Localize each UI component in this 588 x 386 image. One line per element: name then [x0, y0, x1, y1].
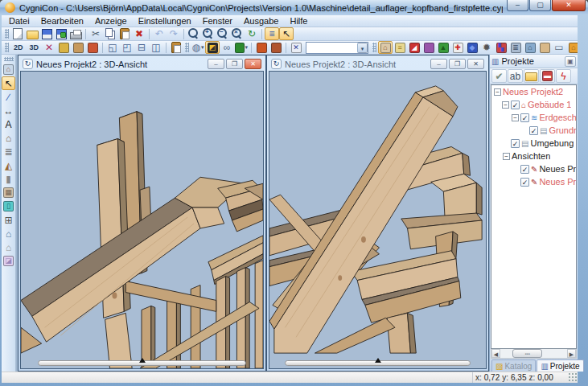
roof-tool-icon[interactable]: ◢	[407, 41, 421, 54]
child-close-button[interactable]: ✕	[245, 59, 261, 69]
projects-panel-header[interactable]: ▥ Projekte ▣	[490, 55, 578, 68]
new-file-icon[interactable]	[10, 27, 25, 40]
tree-item-views[interactable]: − Ansichten	[491, 150, 576, 162]
tile-windows-icon[interactable]: ◰	[120, 41, 134, 54]
view-3d-button[interactable]: 3D	[27, 41, 43, 54]
tree-item-building[interactable]: − ✓ ⌂ Gebäude 1	[491, 98, 576, 111]
door-tool-icon[interactable]: ▯	[2, 199, 15, 213]
color-select-icon[interactable]: ▾	[234, 41, 249, 54]
building-columns-icon[interactable]: ≣	[508, 41, 523, 54]
print-icon[interactable]	[68, 27, 83, 40]
menu-datei[interactable]: Datei	[3, 16, 35, 26]
3d-viewport-2[interactable]	[269, 71, 487, 369]
tile-vertical-icon[interactable]: ◫	[149, 41, 163, 54]
view-rotation-marker[interactable]	[139, 358, 146, 363]
house-tool-icon[interactable]: ⌂	[2, 131, 15, 145]
tab-projekte[interactable]: ▥ Projekte	[537, 359, 583, 372]
material-paint-icon[interactable]	[254, 41, 269, 54]
roof-tool-icon[interactable]: ◭	[2, 158, 15, 172]
shading-mode-icon[interactable]: ◩	[205, 41, 220, 54]
rename-icon[interactable]: ab	[508, 69, 523, 83]
skylight-tool-icon[interactable]: ⌂	[2, 227, 15, 240]
expander-icon[interactable]: −	[503, 153, 510, 160]
save-all-icon[interactable]	[54, 27, 68, 40]
component-icon[interactable]: ✕	[289, 41, 303, 54]
resize-grip[interactable]	[568, 372, 578, 383]
child-close-button[interactable]: ✕	[467, 59, 484, 69]
tree-item-environment[interactable]: ✓ ▤ Umgebung	[491, 137, 576, 150]
tree-item-floorplan[interactable]: ✓ ▤ Grundris	[491, 124, 576, 137]
zoom-out-icon[interactable]: −	[216, 27, 230, 40]
tree-item-floor[interactable]: − ✓ ≋ Erdgeschos	[491, 111, 576, 124]
child-restore-button[interactable]: ❐	[226, 59, 243, 69]
refresh-view-icon[interactable]: ↻	[245, 27, 259, 40]
carport-icon[interactable]: ⌂	[523, 41, 537, 54]
first-aid-icon[interactable]: ✚	[450, 41, 465, 54]
tile-horizontal-icon[interactable]: ⊟	[134, 41, 149, 54]
timber-icon[interactable]	[537, 41, 552, 54]
checkbox[interactable]: ✓	[511, 139, 520, 148]
pointer-flash-icon[interactable]: ↖	[279, 27, 294, 40]
open-file-icon[interactable]	[25, 27, 39, 40]
grid-tool-icon[interactable]	[85, 41, 100, 54]
zoom-window-icon[interactable]: ×	[230, 27, 245, 40]
maximize-button[interactable]: ▢	[529, 0, 551, 11]
style-combobox[interactable]: ▾	[306, 42, 368, 54]
child-restore-button[interactable]: ❐	[449, 59, 466, 69]
expander-icon[interactable]: −	[494, 88, 501, 96]
view-rotation-marker[interactable]	[375, 358, 381, 363]
delete-item-icon[interactable]: ▬	[540, 69, 555, 83]
expander-icon[interactable]: −	[512, 114, 519, 121]
update-project-icon[interactable]: ϟ	[556, 69, 571, 83]
material-icon[interactable]: ▚	[494, 41, 508, 54]
checkbox[interactable]: ✓	[520, 178, 529, 187]
world-icon[interactable]	[269, 41, 283, 54]
line-tool-icon[interactable]: ∕	[2, 90, 15, 104]
display-lines-icon[interactable]: ≡	[265, 27, 279, 40]
axis-tool-icon[interactable]: ✕	[42, 41, 56, 54]
tree-item-view-1[interactable]: ✓ ✎ Neues Proje	[491, 162, 576, 175]
tree-item-view-2[interactable]: ✓ ✎ Neues Proje	[491, 175, 576, 188]
walk-tool-icon[interactable]	[56, 41, 71, 54]
view-window-2-titlebar[interactable]: ↻ Neues Projekt2 : 3D-Ansicht ‒ ❐ ✕	[269, 57, 487, 71]
new-folder-icon[interactable]	[524, 69, 539, 83]
eraser-tool-icon[interactable]: ◪	[2, 254, 15, 268]
house-small-tool-icon[interactable]: ⌂	[2, 240, 15, 254]
pointer-tool-icon[interactable]: ↖	[2, 76, 15, 90]
machine-icon[interactable]: ✹	[479, 41, 494, 54]
scrollbar-thumb[interactable]: ▪▪▪	[512, 349, 542, 358]
texture-mode-icon[interactable]: ◍▾	[191, 41, 205, 54]
confirm-icon[interactable]: ✔	[491, 69, 507, 83]
view-window-1-titlebar[interactable]: ↻ Neues Projekt2 : 3D-Ansicht ‒ ❐ ✕	[20, 57, 264, 71]
zoom-in-icon[interactable]: +	[201, 27, 216, 40]
menu-bearbeiten[interactable]: Bearbeiten	[35, 16, 89, 26]
title-bar[interactable]: CygniCon - C:\Users\Björn\AppData\Local\…	[0, 0, 588, 15]
close-button[interactable]: ✕	[552, 0, 586, 11]
expander-icon[interactable]: −	[502, 101, 509, 109]
checkbox[interactable]: ✓	[511, 101, 520, 109]
stairs-tool-icon[interactable]: ≣	[2, 145, 15, 158]
grab-tool-icon[interactable]	[71, 41, 85, 54]
delete-icon[interactable]: ✖	[132, 27, 146, 40]
panel-options-icon[interactable]: ▣	[565, 56, 576, 67]
menu-einstellungen[interactable]: Einstellungen	[133, 16, 197, 26]
menu-hilfe[interactable]: Hilfe	[284, 16, 313, 26]
building-tool-icon[interactable]: ▦	[2, 186, 15, 199]
checkbox[interactable]: ✓	[520, 165, 529, 174]
combobox-dropdown-icon[interactable]: ▾	[357, 43, 368, 53]
tab-katalog[interactable]: ▨ Katalog	[491, 359, 536, 372]
terrain-tool-icon[interactable]: ▲	[436, 41, 450, 54]
connect-icon[interactable]: ∞	[220, 41, 234, 54]
minimize-button[interactable]: ‒	[507, 0, 528, 11]
menu-ausgabe[interactable]: Ausgabe	[238, 16, 284, 26]
3d-viewport-1[interactable]	[20, 71, 264, 369]
panel-icon[interactable]: ▭	[552, 41, 566, 54]
project-structure-icon[interactable]: ⌂	[2, 63, 15, 76]
checkbox[interactable]: ✓	[520, 113, 529, 122]
scroll-left-icon[interactable]: ◀	[491, 349, 500, 358]
copy-icon[interactable]	[103, 27, 117, 40]
window-tool-icon[interactable]: ⊞	[2, 213, 15, 227]
dimension-tool-icon[interactable]: ↔	[2, 104, 15, 117]
paste-icon[interactable]	[117, 27, 132, 40]
dormer-icon[interactable]: ⌂	[566, 41, 578, 54]
